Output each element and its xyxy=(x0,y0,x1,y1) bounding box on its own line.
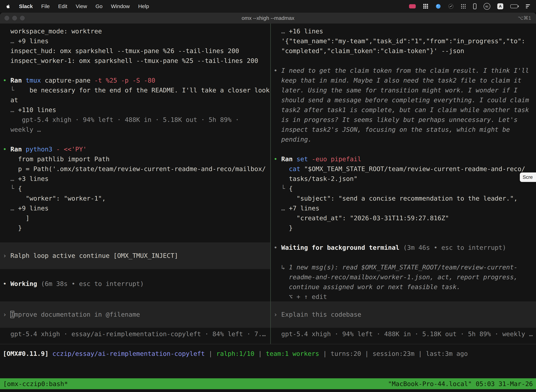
text-span: • xyxy=(274,67,281,74)
terminal-line xyxy=(3,66,270,75)
screen-recording-icon[interactable] xyxy=(409,3,416,10)
text-span: continue assigned work or next feasible … xyxy=(274,283,460,290)
text-span: • xyxy=(3,280,10,287)
app-menu-slack[interactable]: Slack xyxy=(19,3,33,9)
terminal-line: … +9 lines xyxy=(3,203,270,213)
terminal-line: • Ran tmux capture-pane -t %25 -p -S -80 xyxy=(3,75,270,85)
screen: Slack File Edit View Go Window Help xyxy=(0,0,536,392)
terminal-line: workspace_mode: worktree xyxy=(3,26,270,36)
tmux-session-label: [omx-cczip0:bash* xyxy=(3,380,68,387)
battery-gauge-label: 61 xyxy=(486,5,488,8)
prompt-input-left[interactable]: › Improve documentation in @filename xyxy=(0,301,270,328)
text-span: python3 xyxy=(26,146,56,153)
text-span: I xyxy=(10,311,14,318)
text-span: 1 new msg(s): read $OMX_TEAM_STATE_ROOT/… xyxy=(289,264,517,271)
text-span: +9 lines xyxy=(18,37,48,45)
text-span: Ran xyxy=(10,146,26,153)
text-span: › xyxy=(3,252,10,259)
pane-right-output: … +16 lines '{"team_name":"my-team","tas… xyxy=(274,26,536,302)
text-span: (6m 38s • esc to interrupt) xyxy=(41,280,144,287)
menu-window[interactable]: Window xyxy=(111,3,130,9)
terminal-line: • Ran set -euo pipefail xyxy=(274,154,536,164)
terminal-line xyxy=(3,135,270,144)
text-span: pending. xyxy=(274,136,312,143)
text-span: be necessary for the end of the README. … xyxy=(29,87,270,94)
terminal-line: └ { xyxy=(274,184,536,194)
app-grid-icon[interactable] xyxy=(461,3,466,10)
terminal-line: ↳ 1 new msg(s): read $OMX_TEAM_STATE_ROO… xyxy=(274,262,536,272)
terminal-line: from pathlib import Path xyxy=(3,154,270,164)
text-span: gpt-5.4 xhigh · 94% left · 488K in · 5.1… xyxy=(3,116,239,123)
text-span: task2 after task1 is complete, but can I… xyxy=(274,106,529,113)
terminal-line: inspect task2's JSON, focusing on the st… xyxy=(274,125,536,135)
text-span: Ran xyxy=(281,155,297,163)
text-span: ] xyxy=(3,215,29,222)
tmux-status-bar: [omx-cczip0:bash* "MacBook-Pro-44.local"… xyxy=(0,378,536,389)
terminal-line: } xyxy=(274,223,536,233)
text-span: +3 lines xyxy=(18,175,48,182)
text-span: inspect_hud: omx sparkshell --tmux-pane … xyxy=(3,47,239,54)
text-span: +110 lines xyxy=(18,106,56,113)
text-span: "created_at": "2026-03-31T11:59:27.816Z" xyxy=(274,215,449,222)
text-span: +7 lines xyxy=(289,205,319,212)
screenshot-toast[interactable]: Scre xyxy=(520,173,536,182)
terminal-line: … +9 lines xyxy=(3,36,270,46)
battery-icon[interactable] xyxy=(510,3,519,10)
signal-icon[interactable] xyxy=(526,3,530,10)
toast-text: Scre xyxy=(523,174,533,180)
menu-file[interactable]: File xyxy=(41,3,50,9)
prompt-input-right[interactable]: › Explain this codebase xyxy=(271,301,536,328)
omx-status-line: [OMX#0.11.9] cczip/essay/ai-reimplementa… xyxy=(3,349,536,359)
terminal-line: … +3 lines xyxy=(3,174,270,184)
tmux-host-clock: "MacBook-Pro-44.local" 05:03 31-Mar-26 xyxy=(388,380,533,387)
phone-icon[interactable] xyxy=(473,3,477,10)
apple-menu-icon[interactable] xyxy=(6,3,10,10)
terminal-line: '{"team_name":"my-team","task_id":"1","f… xyxy=(274,36,536,46)
text-span: from pathlib import Path xyxy=(3,155,110,163)
blue-app-icon[interactable] xyxy=(436,3,441,10)
keypad-icon[interactable] xyxy=(423,3,428,10)
text-span: } xyxy=(274,224,293,232)
text-span: p = Path('.omx/state/team/review-current… xyxy=(3,165,266,173)
terminal-line: tasks/task-2.json" xyxy=(274,174,536,184)
text-span: -t %25 -p -S -80 xyxy=(94,77,155,84)
terminal-line: later. Using the same for transition mig… xyxy=(274,85,536,95)
prompt-input-right-text: › Explain this codebase xyxy=(274,310,361,319)
text-span: { xyxy=(18,185,22,192)
menu-help[interactable]: Help xyxy=(138,3,149,9)
pane-left[interactable]: workspace_mode: worktree … +9 lines insp… xyxy=(0,23,270,344)
terminal-line: • Ran python3 - <<'PY' xyxy=(3,144,270,154)
menu-edit[interactable]: Edit xyxy=(58,3,67,9)
menu-view[interactable]: View xyxy=(76,3,87,9)
battery-gauge-icon[interactable]: 61 xyxy=(483,3,490,10)
terminal-line: "created_at": "2026-03-31T11:59:27.816Z" xyxy=(274,213,536,223)
text-span: -euo pipefail xyxy=(312,155,361,163)
text-span: workspace_mode: worktree xyxy=(3,28,102,35)
text-span: ⌥ + ↑ edit xyxy=(274,293,327,300)
menu-go[interactable]: Go xyxy=(96,3,103,9)
terminal-line: readme-and-reco/mailbox/worker-1.json, a… xyxy=(274,272,536,282)
dark-app-icon[interactable] xyxy=(448,3,454,10)
text-span: +16 lines xyxy=(289,28,323,35)
terminal-line: task2 after task1 is complete, but can I… xyxy=(274,105,536,115)
terminal-line xyxy=(274,56,536,66)
terminal-line: weekly … xyxy=(3,125,270,135)
terminal-line: cat "$OMX_TEAM_STATE_ROOT/team/review-cu… xyxy=(274,164,536,174)
text-span: "worker": "worker-1", xyxy=(3,195,106,202)
terminal-line: … +110 lines xyxy=(3,105,270,115)
window-title-bar[interactable]: omx --xhigh --madmax ⌥⌘1 xyxy=(0,13,536,24)
ralph-loop-banner[interactable]: › Ralph loop active continue [OMX_TMUX_I… xyxy=(0,242,270,269)
terminal-line: should send a message before completing … xyxy=(274,95,536,105)
input-source-icon[interactable]: A xyxy=(497,3,503,10)
text-span: … xyxy=(274,205,289,212)
text-span: I need to get the claim token from the c… xyxy=(281,67,529,74)
text-span: "completed","claim_token":"claim-token"}… xyxy=(274,47,464,54)
text-span: • xyxy=(3,146,10,153)
text-span: turns:20 xyxy=(330,350,361,357)
text-span: } xyxy=(3,224,22,232)
text-span: should send a message before completing … xyxy=(274,96,529,104)
window-title: omx --xhigh --madmax xyxy=(0,13,536,23)
text-span: { xyxy=(289,185,293,192)
text-span: | xyxy=(319,350,330,357)
pane-right[interactable]: … +16 lines '{"team_name":"my-team","tas… xyxy=(271,23,536,344)
